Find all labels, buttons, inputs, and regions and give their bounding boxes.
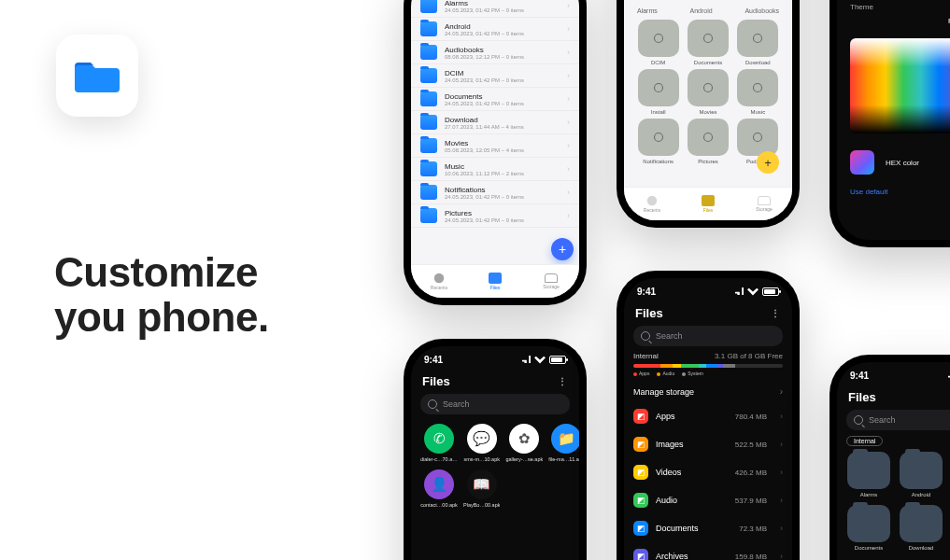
app-item[interactable]: 💬sms-m…10.apk [463,424,500,462]
chevron-right-icon: › [780,552,783,560]
item-name: DCIM [445,69,560,77]
list-item[interactable]: Documents24.05.2023, 01:42 PM – 0 items› [411,88,579,111]
search-input[interactable]: Search [633,326,783,346]
folder-icon [420,45,437,60]
list-item[interactable]: Music10.06.2023, 11:12 PM – 2 items› [411,158,579,181]
category-row[interactable]: ◩Archives159.8 MB› [624,542,792,560]
category-size: 159.8 MB [735,553,767,561]
page-title: Files [848,390,876,404]
item-label: Documents [846,545,891,551]
category-icon: ◩ [633,493,648,508]
search-input[interactable]: Search [420,394,570,414]
item-meta: 24.05.2023, 01:42 PM – 0 items [445,7,560,13]
category-row[interactable]: ◩Documents72.3 MB› [624,514,792,542]
status-bar: 9:41 [411,346,579,372]
app-item[interactable]: 📖PlayBo…00.apk [463,469,500,508]
grid-item[interactable]: Music [737,69,779,115]
grid-item[interactable]: Documents [687,20,729,65]
category-row[interactable]: ◩Images522.5 MB› [624,430,792,458]
tab-recents[interactable]: Recents [624,188,680,220]
tab-storage[interactable]: Storage [523,265,579,298]
category-icon: ◩ [633,521,648,536]
grid-item[interactable]: Pictures [687,119,729,164]
internal-chip[interactable]: Internal [846,436,883,446]
status-bar: 9:41 [837,362,950,388]
use-default-link[interactable]: Use default [837,175,950,196]
item-label: Install [651,109,666,115]
category-icon: ◩ [633,465,648,480]
app-icon: 👤 [424,469,454,499]
free-space: 3.1 GB of 8 GB Free [715,352,783,360]
list-item[interactable]: Notifications24.05.2023, 01:42 PM – 0 it… [411,181,579,204]
app-name: sms-m…10.apk [463,456,500,462]
list-item[interactable]: Pictures24.05.2023, 01:42 PM – 0 items› [411,204,579,228]
theme-header: Theme [837,3,950,17]
headline: Customize you phone. [54,250,269,341]
category-size: 780.4 MB [735,413,767,421]
signal-icon [519,356,531,363]
manage-storage-row[interactable]: Manage storage› [624,381,792,402]
fab-add[interactable]: + [757,151,779,174]
more-icon[interactable]: ⋮ [771,308,781,318]
chevron-right-icon: › [567,211,570,220]
category-row[interactable]: ◩Videos426.2 MB› [624,458,792,486]
grid-item[interactable]: Alarms [846,452,891,497]
list-item[interactable]: DCIM24.05.2023, 01:42 PM – 0 items› [411,64,579,88]
list-item[interactable]: Android24.05.2023, 01:42 PM – 0 items› [411,18,579,41]
list-item[interactable]: Alarms24.05.2023, 01:42 PM – 0 items› [411,0,579,18]
folder-icon [688,20,729,57]
chevron-right-icon: › [780,386,783,397]
grid-item[interactable]: Android [899,452,943,497]
tab-storage[interactable]: Storage [736,188,792,220]
grid-item[interactable]: Download [899,505,943,551]
phone-dark-apps: 9:41 Files⋮ Search ✆dialer-c…70.apk💬sms-… [404,339,587,560]
item-name: Notifications [445,186,560,194]
item-label: Music [750,109,765,115]
list-item[interactable]: Audiobooks08.08.2023, 12:12 PM – 0 items… [411,41,579,64]
item-name: Download [445,116,560,124]
grid-item[interactable]: Install [637,69,679,115]
category-icon: ◩ [633,549,648,560]
folder-icon [420,185,437,200]
category-name: Apps [656,412,675,421]
tab-recents[interactable]: Recents [411,265,467,298]
chevron-right-icon: › [567,48,570,57]
color-swatch[interactable] [850,150,874,175]
legend-item: Audio [657,371,674,376]
more-icon[interactable]: ⋮ [558,376,568,386]
tab-files[interactable]: Files [467,265,523,298]
item-name: Android [445,22,560,31]
category-row[interactable]: ◩Audio537.9 MB› [624,486,792,514]
grid-item[interactable]: Movies [687,69,729,115]
item-meta: 24.05.2023, 01:42 PM – 0 items [445,194,560,200]
folder-icon [420,91,437,106]
grid-item[interactable]: Notifications [637,119,679,164]
search-icon [641,331,650,341]
app-item[interactable]: ✿gallery-…se.apk [505,424,543,462]
category-row[interactable]: ◩Apps780.4 MB› [624,402,792,430]
category-name: Documents [656,524,699,533]
svg-point-7 [703,133,712,142]
status-time: 9:41 [637,287,656,297]
app-item[interactable]: ✆dialer-c…70.apk [420,424,458,462]
grid-item[interactable]: Documents [846,505,891,551]
category-name: Videos [656,468,681,477]
grid-item[interactable]: Download [737,20,779,65]
category-name: Archives [656,552,688,560]
category-size: 72.3 MB [739,525,767,533]
search-input[interactable]: Search [846,410,950,430]
hex-label[interactable]: HEX color [886,159,919,167]
folder-icon [420,138,437,153]
app-item[interactable]: 📁file-ma…11.apk [548,424,579,462]
phone-storage: 9:41 Files⋮ Search Internal3.1 GB of 8 G… [617,271,800,560]
item-label: Movies [699,109,716,115]
grid-item[interactable]: DCIM [637,20,679,65]
tab-files[interactable]: Files [680,188,736,220]
folder-icon [420,208,437,223]
list-item[interactable]: Movies05.08.2023, 12:05 PM – 4 items› [411,134,579,158]
list-item[interactable]: Download27.07.2023, 11:44 AM – 4 items› [411,111,579,134]
app-name: file-ma…11.apk [548,456,579,462]
fab-add[interactable]: + [551,238,574,260]
app-item[interactable]: 👤contact…00.apk [420,469,458,508]
color-spectrum[interactable] [850,38,950,133]
